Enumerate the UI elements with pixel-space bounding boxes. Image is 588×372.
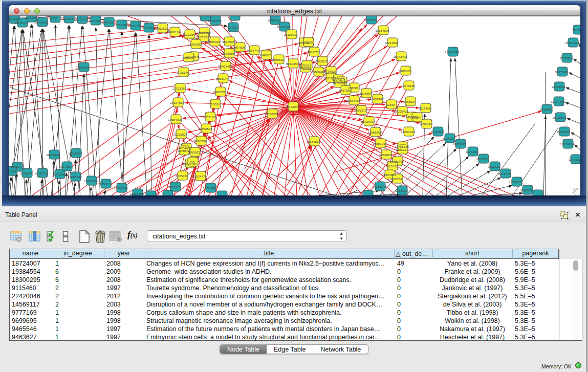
svg-text:2718176: 2718176 bbox=[177, 71, 189, 74]
svg-text:2687682: 2687682 bbox=[364, 18, 377, 21]
svg-text:1588520: 1588520 bbox=[272, 58, 285, 61]
svg-text:176510: 176510 bbox=[302, 40, 313, 44]
svg-text:17016504: 17016504 bbox=[560, 142, 574, 146]
svg-text:9106227: 9106227 bbox=[396, 148, 408, 151]
svg-text:1615132: 1615132 bbox=[385, 164, 398, 168]
svg-text:2867608: 2867608 bbox=[233, 46, 246, 49]
svg-text:18524851: 18524851 bbox=[382, 173, 396, 177]
svg-text:7955812: 7955812 bbox=[315, 59, 328, 63]
svg-text:12213967: 12213967 bbox=[384, 41, 399, 45]
svg-text:18300295: 18300295 bbox=[264, 112, 278, 116]
svg-text:18807249: 18807249 bbox=[373, 142, 387, 145]
svg-text:19218506: 19218506 bbox=[276, 25, 291, 29]
svg-text:92450: 92450 bbox=[145, 194, 155, 196]
svg-text:1733426: 1733426 bbox=[395, 189, 408, 192]
svg-text:19975887: 19975887 bbox=[59, 165, 73, 168]
svg-text:20691406: 20691406 bbox=[34, 20, 49, 24]
svg-text:1640954: 1640954 bbox=[431, 130, 444, 134]
svg-text:10958117: 10958117 bbox=[98, 182, 112, 186]
svg-text:12505135: 12505135 bbox=[68, 175, 82, 179]
svg-text:8678354: 8678354 bbox=[194, 139, 207, 143]
svg-text:16120746: 16120746 bbox=[389, 160, 404, 163]
svg-text:12444154: 12444154 bbox=[551, 100, 565, 103]
svg-text:17957255: 17957255 bbox=[83, 179, 98, 183]
svg-text:9115460: 9115460 bbox=[419, 106, 431, 110]
svg-text:15720407: 15720407 bbox=[361, 120, 375, 123]
svg-text:19975115: 19975115 bbox=[401, 84, 415, 87]
svg-text:2935114: 2935114 bbox=[476, 157, 489, 161]
svg-text:8267130: 8267130 bbox=[203, 115, 216, 119]
svg-text:7557224: 7557224 bbox=[226, 26, 239, 29]
svg-text:62160: 62160 bbox=[386, 103, 395, 106]
svg-text:2803144: 2803144 bbox=[216, 77, 229, 80]
svg-text:7485063: 7485063 bbox=[399, 69, 411, 73]
svg-text:6466160: 6466160 bbox=[102, 20, 115, 24]
svg-text:155: 155 bbox=[189, 160, 195, 164]
svg-text:9084067: 9084067 bbox=[379, 153, 392, 157]
svg-text:8471676: 8471676 bbox=[498, 172, 511, 176]
svg-text:9245652: 9245652 bbox=[520, 188, 533, 192]
svg-text:8813054: 8813054 bbox=[268, 18, 281, 22]
svg-text:11325419: 11325419 bbox=[284, 33, 298, 36]
svg-text:14055712: 14055712 bbox=[14, 21, 29, 25]
svg-text:18226058: 18226058 bbox=[197, 31, 211, 34]
svg-text:8220357: 8220357 bbox=[286, 62, 299, 65]
svg-text:8454749: 8454749 bbox=[247, 49, 260, 52]
svg-text:717006: 717006 bbox=[209, 102, 220, 106]
svg-text:15751074: 15751074 bbox=[565, 41, 579, 45]
svg-text:9129966: 9129966 bbox=[560, 56, 573, 60]
svg-text:9474444: 9474444 bbox=[466, 150, 478, 154]
svg-text:16543382: 16543382 bbox=[188, 42, 202, 46]
svg-text:5493822: 5493822 bbox=[188, 150, 201, 154]
svg-text:845061: 845061 bbox=[11, 165, 22, 169]
svg-text:10973493: 10973493 bbox=[393, 55, 407, 58]
svg-text:8990448: 8990448 bbox=[312, 70, 324, 74]
svg-text:10688609: 10688609 bbox=[367, 130, 382, 134]
svg-text:12942737: 12942737 bbox=[34, 171, 49, 175]
svg-text:1527602: 1527602 bbox=[89, 19, 101, 23]
svg-text:9227342: 9227342 bbox=[555, 70, 568, 74]
svg-text:16154808: 16154808 bbox=[375, 29, 389, 32]
svg-text:6734028: 6734028 bbox=[324, 70, 337, 73]
svg-text:19100827: 19100827 bbox=[173, 133, 187, 136]
svg-text:11353594: 11353594 bbox=[198, 127, 212, 130]
svg-text:989014: 989014 bbox=[183, 56, 193, 59]
svg-text:16107554: 16107554 bbox=[170, 101, 184, 104]
svg-text:9827503: 9827503 bbox=[197, 35, 209, 39]
svg-text:8186325: 8186325 bbox=[208, 40, 221, 43]
svg-text:9857771: 9857771 bbox=[168, 185, 181, 189]
svg-text:19654925: 19654925 bbox=[168, 118, 182, 121]
svg-text:16782759: 16782759 bbox=[114, 186, 128, 190]
svg-text:19384554: 19384554 bbox=[306, 140, 320, 143]
svg-text:111748: 111748 bbox=[572, 28, 580, 32]
svg-text:1167533: 1167533 bbox=[569, 158, 580, 161]
svg-text:9146821: 9146821 bbox=[259, 53, 272, 57]
svg-text:16671355: 16671355 bbox=[127, 24, 142, 28]
svg-text:1156829: 1156829 bbox=[20, 171, 32, 175]
svg-text:10654112: 10654112 bbox=[509, 180, 523, 184]
svg-text:8679197: 8679197 bbox=[453, 142, 466, 146]
svg-text:12213363: 12213363 bbox=[172, 86, 186, 90]
svg-text:15716485: 15716485 bbox=[203, 186, 217, 190]
svg-text:10025433: 10025433 bbox=[394, 110, 408, 113]
svg-text:8912954: 8912954 bbox=[183, 33, 195, 36]
svg-text:9463627: 9463627 bbox=[403, 100, 416, 103]
svg-text:15692971: 15692971 bbox=[556, 130, 571, 134]
svg-text:16648894: 16648894 bbox=[445, 50, 459, 54]
svg-text:3624554: 3624554 bbox=[359, 92, 372, 95]
svg-text:9777169: 9777169 bbox=[333, 81, 345, 85]
svg-text:95604: 95604 bbox=[411, 116, 421, 119]
svg-text:20174963: 20174963 bbox=[9, 17, 20, 21]
svg-text:16210643: 16210643 bbox=[552, 116, 567, 119]
svg-text:20206575: 20206575 bbox=[46, 153, 60, 157]
svg-text:7515526: 7515526 bbox=[142, 26, 155, 30]
svg-text:6497568: 6497568 bbox=[339, 89, 352, 92]
svg-text:12093582: 12093582 bbox=[551, 85, 565, 89]
svg-text:9827508: 9827508 bbox=[222, 40, 235, 43]
svg-text:7625402: 7625402 bbox=[176, 174, 188, 178]
svg-text:6961758: 6961758 bbox=[307, 50, 320, 54]
svg-text:10653267: 10653267 bbox=[74, 17, 89, 21]
svg-text:176315: 176315 bbox=[301, 63, 312, 67]
svg-text:1257: 1257 bbox=[51, 16, 58, 20]
svg-text:19654923: 19654923 bbox=[401, 130, 415, 134]
